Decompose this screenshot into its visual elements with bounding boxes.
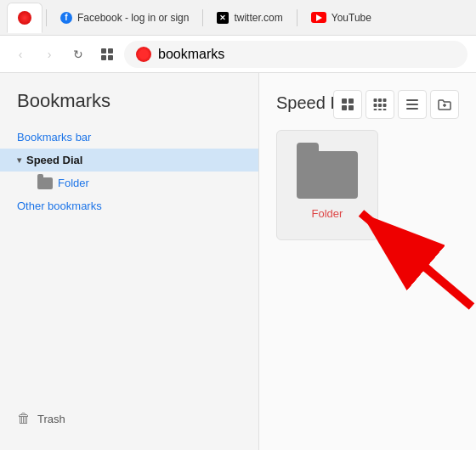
svg-rect-3 bbox=[108, 55, 113, 60]
bookmarks-bar-label: Bookmarks bar bbox=[17, 131, 91, 143]
svg-rect-12 bbox=[378, 104, 382, 107]
sidebar-item-other-bookmarks[interactable]: Other bookmarks bbox=[0, 194, 258, 217]
toolbar: ‹ › ↻ bookmarks bbox=[0, 36, 476, 73]
sidebar-item-bookmarks-bar[interactable]: Bookmarks bar bbox=[0, 126, 258, 149]
svg-rect-6 bbox=[342, 105, 347, 110]
sidebar-spacer bbox=[0, 217, 258, 404]
youtube-favicon-icon bbox=[311, 12, 326, 23]
right-panel: Speed Dial Folder bbox=[259, 73, 476, 450]
address-text: bookmarks bbox=[158, 47, 224, 62]
opera-logo-icon bbox=[18, 11, 31, 25]
trash-icon: 🗑 bbox=[17, 411, 31, 426]
tab-facebook-label: Facebook - log in or sign bbox=[77, 12, 189, 24]
grid-view-button[interactable] bbox=[95, 42, 119, 66]
tab-divider-3 bbox=[297, 9, 298, 26]
sidebar-item-folder[interactable]: Folder bbox=[0, 172, 258, 194]
back-icon: ‹ bbox=[19, 48, 23, 61]
grid-3-icon bbox=[373, 98, 387, 111]
svg-rect-16 bbox=[383, 109, 387, 110]
youtube-play-icon bbox=[316, 14, 322, 21]
tab-facebook[interactable]: f Facebook - log in or sign bbox=[50, 3, 199, 33]
tab-youtube-label: YouTube bbox=[332, 12, 371, 24]
forward-icon: › bbox=[48, 48, 52, 61]
opera-address-logo bbox=[136, 47, 151, 62]
svg-rect-13 bbox=[383, 104, 387, 107]
tab-bar: f Facebook - log in or sign ✕ twitter.co… bbox=[0, 0, 476, 36]
trash-label: Trash bbox=[37, 413, 65, 425]
folder-card-label: Folder bbox=[312, 207, 343, 220]
svg-rect-19 bbox=[406, 108, 418, 110]
chevron-down-icon: ▾ bbox=[17, 155, 21, 165]
view-grid-3-button[interactable] bbox=[366, 90, 394, 119]
tab-bookmarks[interactable] bbox=[7, 3, 42, 33]
svg-rect-11 bbox=[374, 104, 377, 107]
tab-divider-2 bbox=[202, 9, 203, 26]
view-grid-2-button[interactable] bbox=[333, 90, 362, 119]
svg-rect-14 bbox=[374, 109, 377, 110]
folder-card[interactable]: Folder bbox=[276, 130, 378, 240]
tab-twitter-label: twitter.com bbox=[234, 12, 282, 24]
add-folder-button[interactable] bbox=[430, 90, 459, 119]
sidebar: Bookmarks Bookmarks bar ▾ Speed Dial Fol… bbox=[0, 73, 259, 450]
svg-rect-7 bbox=[348, 105, 354, 110]
svg-rect-2 bbox=[101, 55, 106, 60]
svg-rect-1 bbox=[108, 48, 113, 53]
address-bar[interactable]: bookmarks bbox=[124, 41, 468, 68]
grid-icon bbox=[100, 48, 114, 61]
svg-rect-18 bbox=[406, 104, 418, 105]
tab-twitter[interactable]: ✕ twitter.com bbox=[207, 3, 292, 33]
folder-small-icon bbox=[37, 177, 53, 189]
grid-2-icon bbox=[341, 98, 354, 111]
facebook-favicon-icon: f bbox=[60, 12, 72, 24]
back-button[interactable]: ‹ bbox=[8, 42, 32, 66]
panel-toolbar bbox=[333, 90, 459, 119]
svg-rect-15 bbox=[378, 109, 382, 110]
svg-rect-17 bbox=[406, 99, 418, 101]
svg-rect-9 bbox=[378, 98, 382, 102]
svg-rect-5 bbox=[348, 98, 354, 104]
forward-button[interactable]: › bbox=[37, 42, 61, 66]
sidebar-title: Bookmarks bbox=[0, 90, 258, 112]
svg-rect-4 bbox=[342, 98, 347, 104]
svg-rect-8 bbox=[374, 98, 377, 102]
view-list-button[interactable] bbox=[398, 90, 427, 119]
tab-youtube[interactable]: YouTube bbox=[301, 3, 382, 33]
svg-rect-0 bbox=[101, 48, 106, 53]
svg-rect-10 bbox=[383, 98, 387, 102]
list-icon bbox=[405, 98, 419, 111]
add-folder-icon bbox=[438, 98, 451, 111]
reload-icon: ↻ bbox=[73, 48, 83, 61]
folder-label: Folder bbox=[58, 177, 89, 189]
twitter-favicon-icon: ✕ bbox=[217, 12, 229, 24]
sidebar-item-trash[interactable]: 🗑 Trash bbox=[0, 404, 258, 433]
reload-button[interactable]: ↻ bbox=[66, 42, 90, 66]
folder-large-icon bbox=[297, 151, 358, 199]
speed-dial-label: Speed Dial bbox=[26, 154, 82, 166]
tab-divider-1 bbox=[46, 9, 47, 26]
sidebar-item-speed-dial[interactable]: ▾ Speed Dial bbox=[0, 149, 258, 172]
other-bookmarks-label: Other bookmarks bbox=[17, 200, 102, 212]
main-content: Bookmarks Bookmarks bar ▾ Speed Dial Fol… bbox=[0, 73, 476, 450]
